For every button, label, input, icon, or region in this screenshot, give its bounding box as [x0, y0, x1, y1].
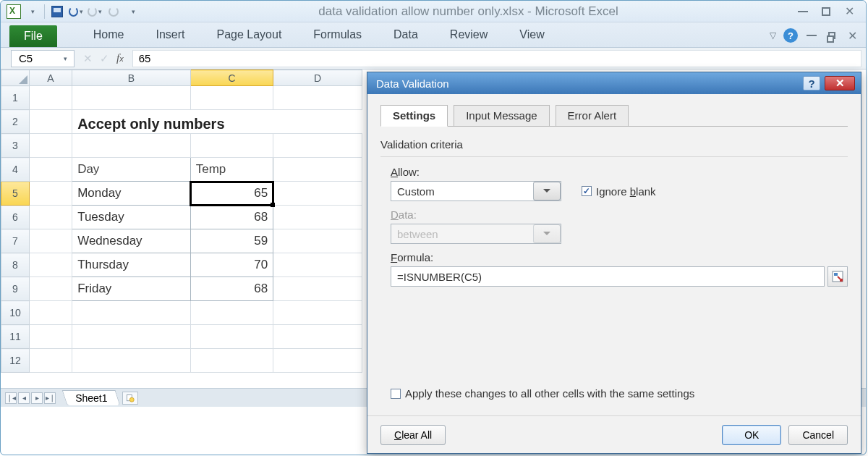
- minimize-button[interactable]: [796, 5, 809, 18]
- row-header[interactable]: 2: [1, 110, 30, 134]
- cell-c9[interactable]: 68: [190, 277, 273, 301]
- apply-all-label: Apply these changes to all other cells w…: [405, 387, 694, 400]
- last-sheet-button[interactable]: ▸❘: [44, 392, 56, 404]
- qat-customize-button[interactable]: ▾: [124, 4, 140, 20]
- col-header-a[interactable]: A: [29, 70, 72, 86]
- tab-file[interactable]: File: [9, 25, 57, 47]
- workbook-minimize-button[interactable]: [805, 29, 818, 42]
- row-header[interactable]: 7: [1, 229, 30, 253]
- tab-view[interactable]: View: [503, 24, 560, 47]
- svg-rect-3: [834, 273, 838, 276]
- cell-b9[interactable]: Friday: [72, 277, 191, 301]
- data-label: Data:: [391, 208, 848, 221]
- excel-menu-button[interactable]: ▾: [24, 4, 40, 20]
- allow-combo[interactable]: Custom: [391, 181, 561, 201]
- data-validation-dialog: Data Validation ? ✕ Settings Input Messa…: [367, 72, 861, 454]
- tab-home[interactable]: Home: [77, 24, 140, 47]
- dialog-footer: Clear All OK Cancel: [367, 415, 861, 453]
- ok-button[interactable]: OK: [722, 425, 781, 445]
- row-header[interactable]: 11: [1, 325, 30, 349]
- sheet-tab-sheet1[interactable]: Sheet1: [62, 390, 121, 405]
- row-header[interactable]: 10: [1, 301, 30, 325]
- chevron-down-icon: [533, 182, 561, 200]
- tab-page-layout[interactable]: Page Layout: [200, 24, 297, 47]
- dialog-titlebar[interactable]: Data Validation ? ✕: [367, 72, 861, 94]
- tab-settings[interactable]: Settings: [380, 105, 448, 127]
- formula-text: 65: [139, 52, 151, 64]
- undo-button[interactable]: ▾: [68, 4, 84, 20]
- row-header[interactable]: 6: [1, 206, 30, 229]
- row-header[interactable]: 4: [1, 158, 30, 182]
- first-sheet-button[interactable]: ❘◂: [5, 392, 17, 404]
- cancel-formula-icon[interactable]: ✕: [83, 52, 93, 65]
- col-header-b[interactable]: B: [72, 70, 191, 86]
- tab-data[interactable]: Data: [378, 24, 434, 47]
- new-sheet-button[interactable]: [122, 392, 138, 405]
- cell-c7[interactable]: 59: [190, 229, 273, 253]
- row-header[interactable]: 8: [1, 253, 30, 277]
- ignore-blank-label: Ignore blank: [596, 185, 656, 198]
- cell-b8[interactable]: Thursday: [72, 253, 191, 277]
- validation-criteria-label: Validation criteria: [380, 138, 848, 151]
- row-header[interactable]: 1: [1, 86, 30, 110]
- redo-button[interactable]: ▾: [87, 4, 103, 20]
- sheet-tab-label: Sheet1: [75, 392, 107, 404]
- window-title: data validation allow number only.xlsx -…: [140, 4, 796, 19]
- excel-icon: [7, 4, 21, 19]
- workbook-restore-button[interactable]: [825, 29, 838, 42]
- minimize-ribbon-button[interactable]: ▽: [770, 30, 776, 41]
- cell-b4[interactable]: Day: [72, 158, 191, 182]
- allow-value: Custom: [397, 185, 435, 198]
- next-sheet-button[interactable]: ▸: [31, 392, 43, 404]
- redo-icon: [88, 7, 97, 17]
- range-selector-icon: [832, 271, 843, 282]
- cell-c6[interactable]: 68: [190, 206, 273, 229]
- cell-b5[interactable]: Monday: [72, 182, 191, 206]
- tab-formulas[interactable]: Formulas: [297, 24, 378, 47]
- tab-review[interactable]: Review: [434, 24, 503, 47]
- enter-formula-icon[interactable]: ✓: [100, 52, 109, 65]
- data-combo: between: [391, 224, 561, 244]
- col-header-c[interactable]: C: [190, 70, 273, 86]
- range-selector-button[interactable]: [827, 266, 848, 287]
- apply-all-checkbox[interactable]: Apply these changes to all other cells w…: [391, 387, 694, 400]
- col-header-d[interactable]: D: [273, 70, 362, 86]
- formula-input[interactable]: 65: [132, 50, 861, 67]
- cell-c5[interactable]: 65: [190, 182, 273, 206]
- allow-label: Allow:: [391, 166, 848, 178]
- close-button[interactable]: ✕: [843, 5, 856, 18]
- help-button[interactable]: ?: [783, 28, 798, 43]
- row-header[interactable]: 5: [1, 182, 30, 206]
- cell-c8[interactable]: 70: [190, 253, 273, 277]
- tab-insert[interactable]: Insert: [140, 24, 200, 47]
- fx-icon[interactable]: fx: [116, 52, 124, 65]
- formula-input[interactable]: =ISNUMBER(C5): [391, 266, 825, 287]
- cancel-button[interactable]: Cancel: [788, 425, 848, 445]
- maximize-button[interactable]: [820, 5, 833, 18]
- name-box[interactable]: C5 ▾: [11, 50, 75, 67]
- dialog-tabs: Settings Input Message Error Alert: [380, 104, 848, 127]
- dialog-close-button[interactable]: ✕: [825, 76, 855, 90]
- data-value: between: [397, 228, 438, 240]
- select-all-corner[interactable]: [1, 70, 30, 86]
- sheet-title[interactable]: Accept only numbers: [72, 110, 362, 134]
- prev-sheet-button[interactable]: ◂: [18, 392, 30, 404]
- save-button[interactable]: [49, 4, 65, 20]
- undo-button-2[interactable]: [106, 4, 122, 20]
- name-box-value: C5: [19, 52, 33, 64]
- cell-c4[interactable]: Temp: [190, 158, 273, 182]
- row-header[interactable]: 3: [1, 134, 30, 158]
- cell-b7[interactable]: Wednesday: [72, 229, 191, 253]
- row-header[interactable]: 12: [1, 349, 30, 373]
- clear-all-button[interactable]: Clear All: [380, 425, 446, 445]
- dialog-title: Data Validation: [376, 77, 449, 90]
- workbook-close-button[interactable]: ✕: [846, 29, 859, 42]
- undo-icon: [69, 7, 78, 17]
- tab-input-message[interactable]: Input Message: [454, 105, 549, 127]
- row-header[interactable]: 9: [1, 277, 30, 301]
- svg-point-1: [130, 397, 135, 402]
- cell-b6[interactable]: Tuesday: [72, 206, 191, 229]
- tab-error-alert[interactable]: Error Alert: [556, 105, 629, 127]
- ignore-blank-checkbox[interactable]: Ignore blank: [582, 185, 656, 198]
- dialog-help-button[interactable]: ?: [803, 76, 820, 90]
